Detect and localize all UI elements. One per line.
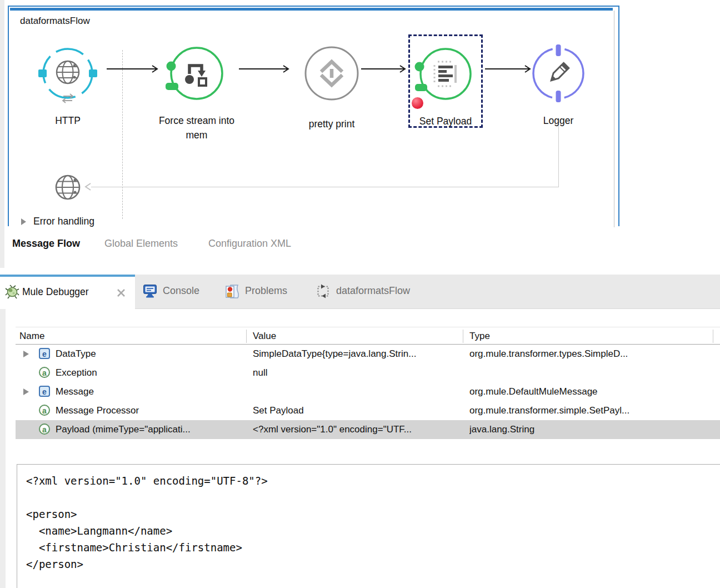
- http-node[interactable]: [34, 40, 101, 107]
- row-type: org.mule.transformer.simple.SetPayl...: [469, 405, 708, 416]
- response-globe-icon[interactable]: [53, 173, 82, 202]
- response-path-horizontal: [91, 187, 559, 187]
- tab-dataformatsflow[interactable]: dataformatsFlow: [316, 275, 436, 309]
- globe-icon: [57, 61, 79, 83]
- payload-xml-text[interactable]: <?xml version="1.0" encoding="UTF-8"?> <…: [26, 472, 720, 572]
- column-separator[interactable]: [246, 330, 247, 343]
- expand-arrow-icon[interactable]: [23, 351, 29, 357]
- debugger-panel: Mule Debugger Console: [0, 271, 720, 588]
- column-header-name[interactable]: Name: [19, 331, 44, 342]
- tab-message-flow[interactable]: Message Flow: [12, 238, 80, 250]
- http-circle: [43, 49, 92, 98]
- force-stream-node[interactable]: [163, 40, 230, 107]
- flow-loop-icon: [316, 284, 331, 298]
- variable-kind-badge-icon: a: [39, 405, 50, 416]
- flow-arrow: [361, 64, 407, 74]
- panel-left-margin: [0, 309, 6, 588]
- tab-dataformatsflow-label: dataformatsFlow: [336, 285, 410, 297]
- column-header-value[interactable]: Value: [253, 331, 276, 342]
- flow-selection-bar: [10, 8, 613, 11]
- attach-bar: [166, 83, 178, 90]
- close-icon[interactable]: [115, 287, 127, 299]
- http-right-port: [89, 69, 97, 77]
- row-name: Message: [56, 386, 244, 397]
- flow-title: dataformatsFlow: [20, 16, 90, 27]
- flow-arrow: [239, 64, 290, 74]
- tab-problems[interactable]: Problems: [225, 275, 306, 309]
- attach-dot: [415, 62, 424, 72]
- variables-table-body: e DataType SimpleDataType{type=java.lang…: [16, 345, 720, 439]
- node-circle: [421, 49, 471, 99]
- attach-dot: [167, 62, 176, 71]
- response-path-vertical: [558, 126, 559, 187]
- tab-global-elements[interactable]: Global Elements: [104, 238, 178, 250]
- response-arrowhead: [83, 182, 93, 192]
- flow-container[interactable]: dataformatsFlow: [8, 6, 619, 226]
- column-separator[interactable]: [463, 330, 463, 343]
- tab-configuration-xml[interactable]: Configuration XML: [208, 238, 291, 250]
- flowchart-icon: [185, 66, 206, 86]
- row-type: java.lang.String: [469, 424, 708, 435]
- document-lines-icon: [434, 62, 456, 86]
- debugger-variables-table: Name Value Type e DataType SimpleDataTyp…: [16, 327, 720, 439]
- bug-icon: [5, 285, 19, 299]
- logger-node[interactable]: [525, 40, 592, 107]
- flow-arrow: [107, 64, 159, 74]
- logger-top-tick: [556, 44, 561, 56]
- row-name: Message Processor: [56, 405, 244, 416]
- breakpoint-icon[interactable]: [412, 97, 423, 109]
- row-value: null: [253, 367, 467, 378]
- pretty-print-node[interactable]: [298, 40, 365, 107]
- table-row[interactable]: a Exception null: [16, 363, 720, 382]
- table-row[interactable]: a Payload (mimeType="applicati... <?xml …: [16, 420, 720, 439]
- set-payload-node-label: Set Payload: [410, 114, 481, 128]
- column-header-type[interactable]: Type: [469, 331, 490, 342]
- node-circle: [171, 48, 222, 99]
- row-value: Set Payload: [253, 405, 467, 416]
- table-row[interactable]: e DataType SimpleDataType{type=java.lang…: [16, 345, 720, 363]
- row-name: Payload (mimeType="applicati...: [56, 424, 244, 435]
- payload-xml-viewer[interactable]: <?xml version="1.0" encoding="UTF-8"?> <…: [17, 464, 720, 588]
- http-node-label: HTTP: [37, 113, 98, 128]
- tab-mule-debugger-label: Mule Debugger: [22, 286, 89, 298]
- anypoint-studio-window: dataformatsFlow: [0, 0, 720, 588]
- console-monitor-icon: [143, 284, 158, 298]
- http-left-port: [38, 69, 47, 77]
- variable-kind-badge-icon: a: [39, 423, 50, 435]
- expand-arrow-icon[interactable]: [23, 388, 29, 395]
- table-row[interactable]: e Message org.mule.DefaultMuleMessage: [16, 382, 720, 401]
- flow-editor-canvas[interactable]: dataformatsFlow: [0, 0, 720, 271]
- tab-console[interactable]: Console: [143, 275, 215, 309]
- force-stream-node-label: Force stream into mem: [148, 113, 246, 142]
- flow-inner-border: [614, 11, 614, 227]
- pencil-icon: [549, 63, 569, 83]
- problems-icon: [225, 284, 239, 299]
- row-value: <?xml version="1.0" encoding="UTF...: [253, 424, 467, 435]
- table-header: Name Value Type: [16, 327, 720, 345]
- variable-kind-badge-icon: e: [39, 348, 50, 359]
- variable-kind-badge-icon: a: [39, 367, 50, 378]
- source-separator-line: [122, 50, 123, 219]
- error-handling-label: Error handling: [33, 216, 94, 227]
- transform-icon: [321, 62, 342, 85]
- column-separator[interactable]: [713, 330, 713, 343]
- row-name: Exception: [56, 367, 244, 378]
- row-name: DataType: [56, 348, 244, 360]
- debugger-tabbar: Mule Debugger Console: [0, 275, 720, 309]
- tab-problems-label: Problems: [245, 285, 287, 297]
- attach-bar: [415, 84, 427, 91]
- row-type: org.mule.transformer.types.SimpleD...: [469, 348, 708, 360]
- expand-arrow-icon[interactable]: [21, 218, 26, 225]
- tab-console-label: Console: [163, 285, 199, 297]
- row-value: SimpleDataType{type=java.lang.Strin...: [253, 348, 467, 360]
- tab-mule-debugger[interactable]: Mule Debugger: [0, 275, 135, 310]
- editor-view-tabs: Message Flow Global Elements Configurati…: [0, 238, 720, 255]
- logger-bottom-tick: [556, 91, 561, 102]
- pretty-print-node-label: pretty print: [296, 117, 368, 131]
- variable-kind-badge-icon: e: [39, 386, 50, 397]
- set-payload-node[interactable]: [412, 41, 479, 107]
- row-type: org.mule.DefaultMuleMessage: [469, 386, 708, 397]
- table-row[interactable]: a Message Processor Set Payload org.mule…: [16, 401, 720, 420]
- editor-left-margin: [0, 0, 4, 268]
